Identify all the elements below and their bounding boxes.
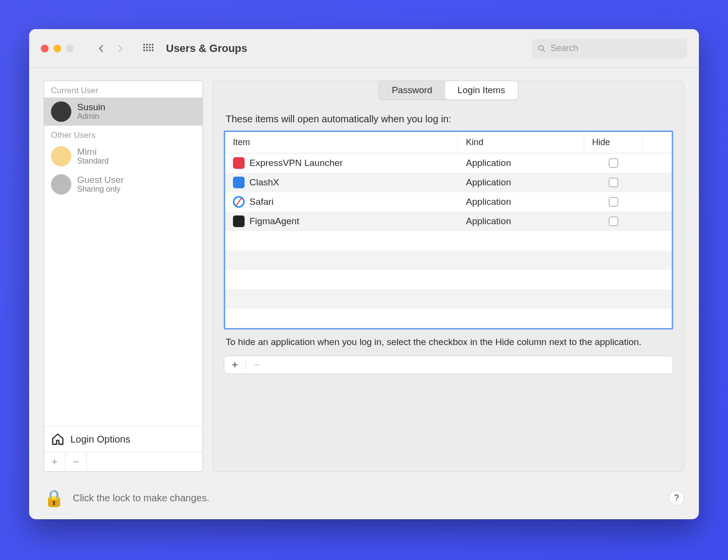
- traffic-lights: [41, 45, 74, 52]
- item-cell: FigmaAgent: [225, 215, 458, 227]
- login-items-intro: These items will open automatically when…: [226, 114, 671, 125]
- show-all-prefs-button[interactable]: [143, 43, 153, 54]
- login-options-button[interactable]: Login Options: [44, 426, 202, 452]
- app-icon: [233, 215, 245, 227]
- forward-button[interactable]: [113, 41, 128, 56]
- svg-point-5: [146, 46, 148, 48]
- svg-point-11: [152, 49, 153, 51]
- preferences-window: Users & Groups Current User Susuin Admin…: [29, 29, 699, 519]
- sidebar-footer: + −: [44, 452, 202, 471]
- close-window-button[interactable]: [41, 45, 49, 52]
- minimize-window-button[interactable]: [53, 45, 61, 52]
- window-title: Users & Groups: [166, 42, 248, 55]
- titlebar: Users & Groups: [29, 29, 699, 68]
- avatar: [51, 146, 71, 166]
- lock-icon[interactable]: 🔒: [44, 488, 64, 508]
- app-icon: [233, 177, 245, 188]
- kind-cell: Application: [458, 177, 584, 188]
- svg-point-4: [143, 46, 145, 48]
- hide-cell: [584, 178, 643, 187]
- svg-point-6: [149, 46, 151, 48]
- table-row[interactable]: FigmaAgentApplication: [225, 212, 672, 231]
- table-header: Item Kind Hide: [225, 132, 672, 153]
- hide-checkbox[interactable]: [609, 158, 618, 168]
- svg-line-13: [543, 49, 545, 51]
- back-button[interactable]: [93, 41, 109, 56]
- user-role: Standard: [77, 157, 109, 165]
- item-name: FigmaAgent: [249, 216, 299, 227]
- login-items-table[interactable]: Item Kind Hide ExpressVPN LauncherApplic…: [224, 131, 673, 329]
- table-row[interactable]: ClashXApplication: [225, 173, 672, 192]
- users-sidebar: Current User Susuin Admin Other Users Mi…: [44, 81, 203, 472]
- kind-cell: Application: [458, 197, 584, 207]
- remove-login-item-button[interactable]: −: [246, 356, 267, 374]
- kind-cell: Application: [458, 216, 584, 227]
- table-row[interactable]: ExpressVPN LauncherApplication: [225, 153, 672, 173]
- user-name: Guest User: [77, 175, 124, 185]
- column-hide[interactable]: Hide: [584, 132, 643, 153]
- table-body: ExpressVPN LauncherApplicationClashXAppl…: [225, 153, 672, 328]
- app-icon: [233, 196, 245, 208]
- search-input[interactable]: [549, 43, 681, 54]
- table-row: [225, 231, 672, 250]
- hide-checkbox[interactable]: [609, 216, 618, 226]
- nav-arrows: [93, 41, 128, 56]
- item-name: ClashX: [249, 177, 279, 188]
- table-row: [225, 289, 672, 309]
- kind-cell: Application: [458, 158, 584, 168]
- item-name: Safari: [249, 197, 274, 207]
- user-name: Susuin: [77, 102, 105, 113]
- user-role: Sharing only: [77, 185, 124, 194]
- main-panel: Password Login Items These items will op…: [213, 81, 684, 472]
- svg-point-9: [146, 49, 148, 51]
- lock-hint-text: Click the lock to make changes.: [73, 493, 209, 504]
- maximize-window-button[interactable]: [66, 45, 74, 52]
- hide-hint-text: To hide an application when you log in, …: [226, 335, 671, 349]
- footer: 🔒 Click the lock to make changes. ?: [29, 481, 699, 519]
- svg-point-0: [143, 44, 145, 46]
- sidebar-user-other[interactable]: Mimi Standard: [44, 142, 202, 170]
- other-users-section-label: Other Users: [44, 126, 202, 142]
- login-items-add-remove: + −: [224, 356, 673, 374]
- hide-checkbox[interactable]: [609, 178, 618, 187]
- table-row: [225, 250, 672, 270]
- app-icon: [233, 157, 245, 169]
- svg-point-7: [152, 46, 153, 48]
- remove-user-button[interactable]: −: [66, 452, 87, 471]
- add-login-item-button[interactable]: +: [224, 356, 246, 374]
- hide-cell: [584, 197, 643, 207]
- sidebar-user-current[interactable]: Susuin Admin: [44, 98, 202, 126]
- current-user-section-label: Current User: [44, 81, 202, 98]
- svg-point-1: [146, 44, 148, 46]
- hide-cell: [584, 158, 643, 168]
- item-cell: Safari: [225, 196, 458, 208]
- segmented-tabs: Password Login Items: [379, 81, 518, 100]
- column-spacer: [643, 132, 672, 153]
- user-name: Mimi: [77, 147, 109, 157]
- search-field[interactable]: [532, 39, 687, 58]
- avatar: [51, 174, 71, 195]
- tab-login-items[interactable]: Login Items: [445, 81, 518, 99]
- add-user-button[interactable]: +: [44, 452, 66, 471]
- svg-point-2: [149, 44, 151, 46]
- item-cell: ExpressVPN Launcher: [225, 157, 458, 169]
- column-item[interactable]: Item: [225, 132, 458, 153]
- hide-cell: [584, 216, 643, 226]
- table-row: [225, 309, 672, 328]
- svg-point-3: [152, 44, 153, 46]
- user-role: Admin: [77, 112, 105, 121]
- column-kind[interactable]: Kind: [458, 132, 584, 153]
- body: Current User Susuin Admin Other Users Mi…: [29, 68, 699, 481]
- login-options-label: Login Options: [70, 434, 130, 445]
- table-row: [225, 270, 672, 289]
- hide-checkbox[interactable]: [609, 197, 618, 207]
- table-row[interactable]: SafariApplication: [225, 192, 672, 212]
- avatar: [51, 101, 71, 122]
- help-button[interactable]: ?: [669, 490, 684, 506]
- sidebar-user-guest[interactable]: Guest User Sharing only: [44, 170, 202, 198]
- item-name: ExpressVPN Launcher: [249, 158, 343, 168]
- svg-point-8: [143, 49, 145, 51]
- tab-password[interactable]: Password: [379, 81, 445, 99]
- svg-point-10: [149, 49, 151, 51]
- house-icon: [51, 432, 65, 446]
